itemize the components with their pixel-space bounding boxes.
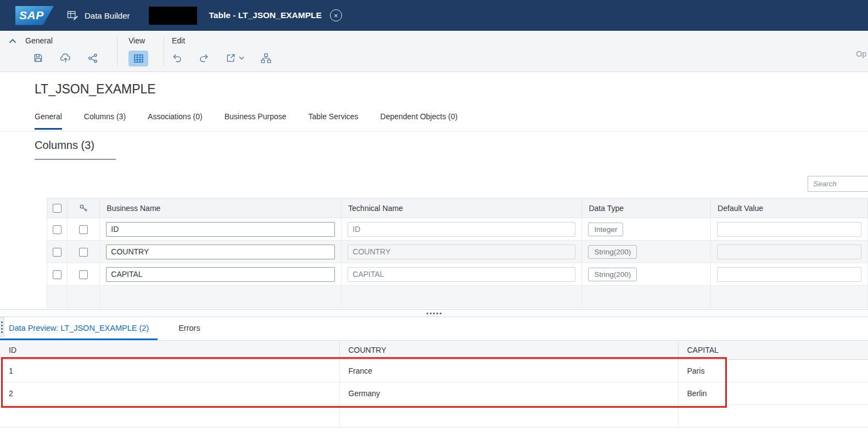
toolbar-group-general: General xyxy=(9,36,117,71)
column-row-empty xyxy=(47,286,868,308)
data-type-badge[interactable]: Integer xyxy=(588,223,623,236)
columns-section-title: Columns (3) xyxy=(35,139,116,160)
splitter-grip-dots xyxy=(427,313,441,314)
header-business-name: Business Name xyxy=(100,198,341,218)
deploy-cloud-icon[interactable] xyxy=(60,53,71,63)
tabs-divider-rule xyxy=(0,131,868,132)
key-icon xyxy=(79,204,88,213)
technical-name-input[interactable] xyxy=(348,245,575,259)
toolbar-right-cut-button[interactable]: Op xyxy=(856,49,866,58)
toolbar-group-edit: Edit xyxy=(164,36,271,71)
sap-logo-text: SAP xyxy=(19,9,44,22)
preview-cell: Berlin xyxy=(678,382,868,404)
collapse-header-chevron-up-icon[interactable] xyxy=(9,38,16,43)
business-name-input[interactable] xyxy=(106,222,335,237)
columns-table-header-row: Business Name Technical Name Data Type D… xyxy=(47,198,868,218)
preview-cell: Germany xyxy=(339,382,678,404)
business-name-input[interactable] xyxy=(106,267,335,282)
toolbar-group-label-general: General xyxy=(25,36,53,45)
export-menu-chevron-down-icon[interactable] xyxy=(239,56,244,60)
header-technical-name: Technical Name xyxy=(341,198,582,218)
preview-cell: France xyxy=(339,359,678,382)
vertical-splitter-handle[interactable] xyxy=(0,317,4,337)
row-select-checkbox[interactable] xyxy=(53,248,61,257)
redo-icon[interactable] xyxy=(199,53,209,63)
horizontal-splitter[interactable] xyxy=(0,309,868,317)
technical-name-input[interactable] xyxy=(348,222,575,237)
select-all-checkbox[interactable] xyxy=(53,204,61,213)
object-page: LT_JSON_EXAMPLE General Columns (3) Asso… xyxy=(0,72,868,309)
columns-table: Business Name Technical Name Data Type D… xyxy=(47,198,868,308)
tab-data-preview[interactable]: Data Preview: LT_JSON_EXAMPLE (2) xyxy=(0,317,158,340)
header-data-type: Data Type xyxy=(582,198,711,218)
row-select-checkbox[interactable] xyxy=(53,270,61,279)
search-input[interactable] xyxy=(808,176,868,192)
share-icon[interactable] xyxy=(88,53,98,63)
preview-table: ID COUNTRY CAPITAL 1 France Paris 2 Germ… xyxy=(0,341,868,428)
default-value-input[interactable] xyxy=(717,222,861,237)
data-builder-icon xyxy=(67,10,79,21)
close-icon[interactable]: × xyxy=(330,9,342,21)
object-tabs: General Columns (3) Associations (0) Bus… xyxy=(35,112,457,130)
hierarchy-icon[interactable] xyxy=(261,53,271,63)
tab-general[interactable]: General xyxy=(35,112,62,130)
column-row-id: Integer xyxy=(47,218,868,241)
tab-business-purpose[interactable]: Business Purpose xyxy=(225,112,287,130)
preview-row: 2 Germany Berlin xyxy=(0,382,868,404)
column-row-country: String(200) xyxy=(47,241,868,263)
tab-errors[interactable]: Errors xyxy=(170,317,209,340)
default-value-input[interactable] xyxy=(717,245,861,259)
data-type-badge[interactable]: String(200) xyxy=(588,245,637,259)
preview-header-country: COUNTRY xyxy=(339,341,678,359)
toolbar: General xyxy=(0,31,868,72)
default-value-input[interactable] xyxy=(717,267,861,282)
header-default-value: Default Value xyxy=(711,198,868,218)
preview-cell: 1 xyxy=(0,359,339,382)
document-tab-title: Table - LT_JSON_EXAMPLE xyxy=(209,10,322,20)
tab-associations[interactable]: Associations (0) xyxy=(148,112,203,130)
row-key-checkbox[interactable] xyxy=(79,248,88,257)
preview-header-row: ID COUNTRY CAPITAL xyxy=(0,341,868,359)
table-view-toggle-button[interactable] xyxy=(128,51,148,66)
undo-icon[interactable] xyxy=(172,53,182,63)
tab-columns[interactable]: Columns (3) xyxy=(84,112,126,130)
column-row-capital: String(200) xyxy=(47,263,868,286)
business-name-input[interactable] xyxy=(106,245,335,259)
preview-header-id: ID xyxy=(0,341,339,359)
preview-cell: Paris xyxy=(678,359,868,382)
tab-table-services[interactable]: Table Services xyxy=(309,112,359,130)
preview-cell: 2 xyxy=(0,382,339,404)
toolbar-group-label-view: View xyxy=(128,36,145,45)
page-title: LT_JSON_EXAMPLE xyxy=(35,82,156,97)
preview-header-capital: CAPITAL xyxy=(678,341,868,359)
data-type-badge[interactable]: String(200) xyxy=(588,268,637,281)
row-key-checkbox[interactable] xyxy=(79,225,88,234)
preview-tabs: Data Preview: LT_JSON_EXAMPLE (2) Errors xyxy=(0,317,868,341)
row-select-checkbox[interactable] xyxy=(53,225,61,234)
row-key-checkbox[interactable] xyxy=(79,270,88,279)
toolbar-group-label-edit: Edit xyxy=(172,36,185,45)
app-title: Data Builder xyxy=(85,11,130,20)
export-icon[interactable] xyxy=(226,53,236,63)
shell-bar: SAP Data Builder Table - LT_JSON_EXAMPLE… xyxy=(0,0,868,31)
redacted-box xyxy=(149,7,197,25)
toolbar-group-view: View xyxy=(117,36,164,71)
technical-name-input[interactable] xyxy=(348,267,575,282)
tab-dependent-objects[interactable]: Dependent Objects (0) xyxy=(380,112,458,130)
save-icon[interactable] xyxy=(33,53,43,63)
sap-logo: SAP xyxy=(15,6,54,25)
preview-row-empty xyxy=(0,404,868,427)
data-preview-panel: Data Preview: LT_JSON_EXAMPLE (2) Errors… xyxy=(0,317,868,433)
preview-row: 1 France Paris xyxy=(0,359,868,382)
table-grid-icon xyxy=(134,54,143,63)
